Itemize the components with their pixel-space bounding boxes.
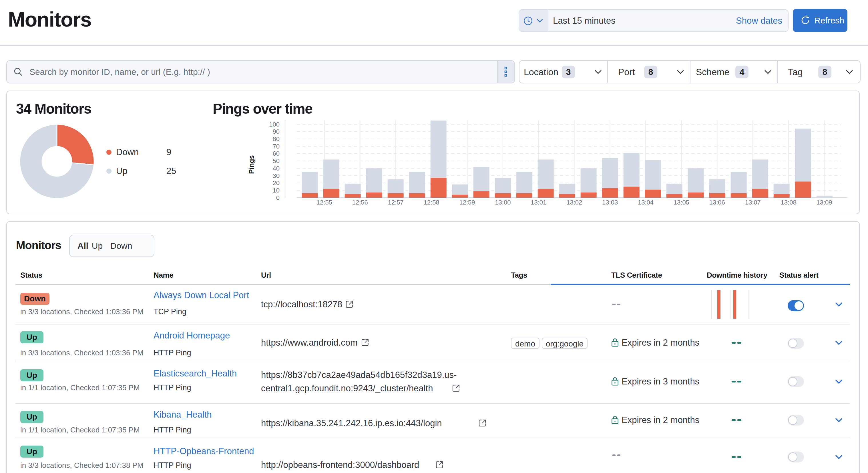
svg-text:13:02: 13:02 [566, 199, 582, 206]
svg-text:100: 100 [269, 121, 280, 128]
svg-text:20: 20 [273, 179, 280, 187]
svg-text:12:57: 12:57 [388, 199, 404, 206]
svg-text:13:08: 13:08 [781, 199, 797, 206]
svg-text:12:56: 12:56 [352, 199, 368, 206]
svg-text:13:01: 13:01 [531, 199, 546, 206]
svg-text:13:04: 13:04 [638, 199, 654, 206]
svg-text:13:07: 13:07 [745, 199, 761, 206]
svg-text:13:06: 13:06 [709, 199, 725, 206]
svg-text:60: 60 [273, 150, 280, 157]
svg-text:40: 40 [273, 165, 280, 172]
svg-text:13:05: 13:05 [674, 199, 689, 206]
svg-text:12:59: 12:59 [459, 199, 475, 206]
svg-text:10: 10 [273, 187, 280, 194]
svg-text:70: 70 [273, 143, 280, 150]
svg-text:0: 0 [276, 194, 280, 201]
svg-text:12:55: 12:55 [316, 199, 332, 206]
svg-text:13:09: 13:09 [816, 199, 832, 206]
svg-text:Pings: Pings [248, 155, 255, 174]
svg-text:50: 50 [273, 157, 280, 165]
svg-text:13:03: 13:03 [602, 199, 618, 206]
svg-text:90: 90 [273, 128, 280, 135]
svg-text:13:00: 13:00 [495, 199, 510, 206]
svg-text:80: 80 [273, 135, 280, 142]
svg-text:12:58: 12:58 [424, 199, 439, 206]
svg-text:30: 30 [273, 172, 280, 179]
